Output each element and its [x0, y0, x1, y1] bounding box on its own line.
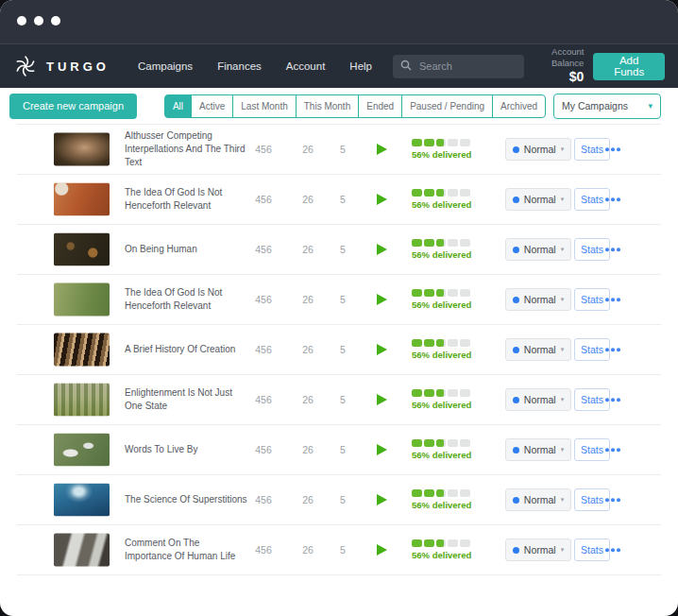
campaign-metric-1: 456	[255, 394, 272, 405]
campaign-metric-2: 26	[302, 494, 314, 505]
play-icon[interactable]	[377, 394, 387, 405]
progress-bar	[412, 289, 470, 297]
campaign-title[interactable]: Words To Live By	[125, 443, 249, 456]
priority-dot-icon	[513, 397, 519, 403]
campaign-title[interactable]: Althusser Competing Interpellations And …	[125, 129, 249, 169]
campaign-metric-2: 26	[302, 144, 314, 155]
add-funds-button[interactable]: Add Funds	[593, 53, 665, 80]
priority-select[interactable]: Normal ▾	[505, 238, 571, 261]
search-icon	[400, 58, 412, 75]
create-campaign-button[interactable]: Create new campaign	[9, 94, 137, 119]
row-menu-button[interactable]	[603, 194, 622, 205]
delivery-progress: 56% delivered	[412, 539, 470, 560]
row-menu-button[interactable]	[603, 444, 622, 455]
priority-select[interactable]: Normal ▾	[505, 488, 571, 511]
play-icon[interactable]	[377, 244, 387, 255]
campaign-title[interactable]: Enlightenment Is Not Just One State	[125, 386, 249, 413]
row-menu-button[interactable]	[603, 344, 622, 355]
nav-item-campaigns[interactable]: Campaigns	[138, 60, 193, 72]
filter-tab-this-month[interactable]: This Month	[296, 94, 359, 118]
row-menu-button[interactable]	[603, 144, 622, 155]
campaign-thumbnail[interactable]	[54, 334, 110, 367]
campaign-metric-1: 456	[255, 444, 272, 455]
campaign-metric-1: 456	[255, 544, 272, 556]
progress-label: 56% delivered	[412, 249, 470, 260]
campaign-title[interactable]: Comment On The Importance Of Human Life	[125, 537, 249, 563]
campaign-thumbnail[interactable]	[54, 434, 110, 467]
priority-dot-icon	[513, 247, 519, 253]
play-icon[interactable]	[377, 144, 387, 155]
window-control-dots[interactable]	[17, 16, 60, 26]
row-menu-button[interactable]	[603, 294, 622, 305]
campaign-title[interactable]: The Science Of Superstitions	[125, 493, 249, 506]
nav-item-account[interactable]: Account	[286, 60, 326, 72]
nav-links: Campaigns Finances Account Help	[138, 60, 372, 72]
play-icon[interactable]	[377, 494, 387, 505]
campaign-title[interactable]: The Idea Of God Is Not Henceforth Releva…	[125, 186, 249, 213]
play-icon[interactable]	[377, 544, 387, 556]
campaign-thumbnail[interactable]	[54, 133, 110, 166]
campaign-title[interactable]: A Brief History Of Creation	[125, 343, 249, 356]
campaign-metric-3: 5	[340, 244, 346, 255]
filter-tab-all[interactable]: All	[164, 94, 192, 118]
chevron-down-icon: ▾	[561, 446, 565, 453]
my-campaigns-value: My Campaigns	[562, 100, 628, 111]
priority-dot-icon	[513, 197, 519, 203]
campaign-thumbnail[interactable]	[54, 484, 110, 517]
priority-dot-icon	[513, 497, 519, 504]
row-menu-button[interactable]	[603, 494, 622, 505]
my-campaigns-select[interactable]: My Campaigns ▾	[553, 94, 661, 119]
campaign-thumbnail[interactable]	[54, 183, 110, 216]
progress-label: 56% delivered	[412, 450, 470, 460]
campaign-row: A Brief History Of Creation 456 26 5 56%…	[17, 324, 661, 374]
play-icon[interactable]	[377, 194, 387, 205]
search-input[interactable]	[417, 60, 517, 73]
chevron-down-icon: ▾	[561, 496, 565, 504]
progress-label: 56% delivered	[412, 149, 470, 160]
progress-label: 56% delivered	[412, 500, 470, 510]
priority-select[interactable]: Normal ▾	[505, 288, 571, 311]
filter-tab-paused-pending[interactable]: Paused / Pending	[401, 94, 493, 118]
filter-tab-ended[interactable]: Ended	[358, 94, 402, 118]
campaign-metric-3: 5	[340, 544, 346, 556]
app-window: TURGO Campaigns Finances Account Help Ac…	[0, 0, 678, 616]
campaign-metric-1: 456	[255, 244, 272, 255]
campaign-metric-1: 456	[255, 144, 272, 155]
brand-logo[interactable]: TURGO	[13, 54, 110, 78]
chevron-down-icon: ▾	[561, 145, 565, 153]
campaign-row: Comment On The Importance Of Human Life …	[17, 524, 661, 574]
campaign-metric-3: 5	[340, 144, 346, 155]
row-menu-button[interactable]	[603, 544, 622, 556]
campaign-thumbnail[interactable]	[54, 233, 110, 266]
priority-select[interactable]: Normal ▾	[505, 188, 571, 211]
priority-select[interactable]: Normal ▾	[505, 388, 571, 411]
priority-dot-icon	[513, 146, 519, 153]
play-icon[interactable]	[377, 294, 387, 305]
priority-select[interactable]: Normal ▾	[505, 338, 571, 361]
filter-tab-active[interactable]: Active	[191, 94, 233, 118]
campaign-thumbnail[interactable]	[54, 283, 110, 317]
campaign-row: Words To Live By 456 26 5 56% delivered …	[17, 424, 661, 474]
play-icon[interactable]	[377, 444, 387, 455]
filter-tab-archived[interactable]: Archived	[492, 94, 546, 118]
campaign-thumbnail[interactable]	[54, 534, 110, 567]
row-menu-button[interactable]	[603, 244, 622, 255]
campaign-title[interactable]: On Being Human	[125, 243, 249, 256]
nav-item-help[interactable]: Help	[349, 60, 372, 72]
play-icon[interactable]	[377, 344, 387, 355]
search-box[interactable]	[393, 55, 524, 78]
priority-select[interactable]: Normal ▾	[505, 539, 571, 561]
delivery-progress: 56% delivered	[412, 389, 470, 410]
nav-item-finances[interactable]: Finances	[217, 60, 262, 72]
priority-select[interactable]: Normal ▾	[505, 438, 571, 461]
campaign-title[interactable]: The Idea Of God Is Not Henceforth Releva…	[125, 286, 249, 313]
campaign-table: Althusser Competing Interpellations And …	[17, 124, 661, 575]
campaign-thumbnail[interactable]	[54, 384, 110, 417]
priority-select[interactable]: Normal ▾	[505, 138, 571, 161]
filter-tabs: All Active Last Month This Month Ended P…	[164, 94, 546, 118]
account-balance-label: Account Balance	[524, 46, 585, 69]
chevron-down-icon: ▾	[561, 296, 565, 303]
filter-tab-last-month[interactable]: Last Month	[232, 94, 296, 118]
campaign-metric-2: 26	[302, 394, 314, 405]
row-menu-button[interactable]	[603, 394, 622, 405]
